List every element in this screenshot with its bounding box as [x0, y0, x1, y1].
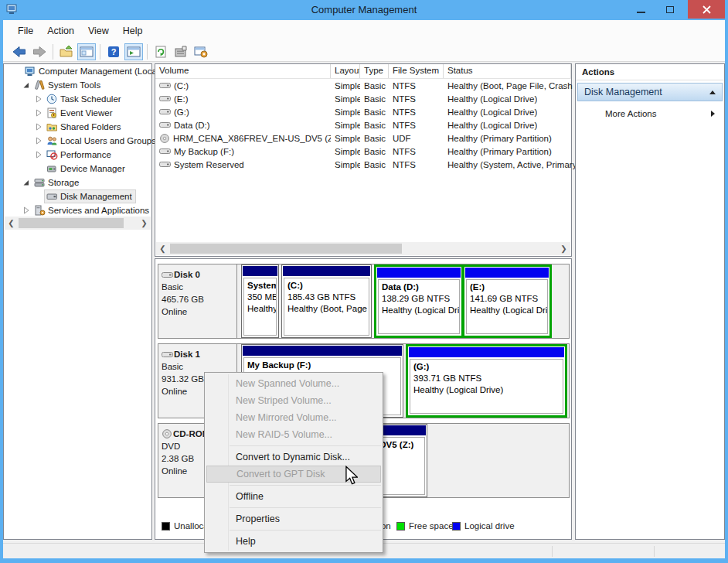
scroll-right-arrow[interactable]: ❯	[557, 242, 570, 255]
tree-node[interactable]: Shared Folders	[44, 120, 125, 134]
arrow-right-icon	[32, 45, 47, 59]
properties-button[interactable]	[172, 43, 190, 60]
tree-node[interactable]: Event Viewer	[44, 106, 117, 120]
scroll-left-arrow[interactable]: ❮	[5, 217, 18, 230]
partition-size: 138.29 GB NTFS	[382, 293, 456, 305]
context-menu-item-offline[interactable]: Offline	[205, 488, 383, 505]
drive-icon	[159, 147, 171, 155]
partition-system[interactable]: System350 MBHealthy	[241, 264, 279, 338]
tree-item-performance[interactable]: Performance	[4, 148, 151, 162]
tree-horizontal-scrollbar[interactable]: ❮ ❯	[5, 217, 151, 230]
list-horizontal-scrollbar[interactable]: ❮ ❯	[156, 242, 570, 255]
tree-collapsed-icon[interactable]	[33, 123, 44, 131]
volume-type-cell: Basic	[360, 160, 389, 169]
tree-node[interactable]: Services and Applications	[32, 203, 153, 217]
partition-e[interactable]: (E:)141.69 GB NTFSHealthy (Logical Drive…	[464, 267, 549, 336]
tree-item-event-viewer[interactable]: Event Viewer	[4, 106, 151, 120]
submenu-arrow-icon	[711, 111, 715, 117]
tree-item-shared-folders[interactable]: Shared Folders	[4, 120, 151, 134]
context-menu-item-help[interactable]: Help	[205, 533, 383, 550]
console-tree-toggle[interactable]	[77, 43, 96, 60]
column-header-file-system[interactable]: File System	[389, 64, 444, 78]
more-actions-item[interactable]: More Actions	[577, 106, 723, 121]
column-header-status[interactable]: Status	[444, 64, 571, 78]
tree-collapsed-icon[interactable]	[21, 206, 32, 214]
column-header-volume[interactable]: Volume	[155, 64, 331, 78]
volume-row[interactable]: HRM_CENA_X86FREV_EN-US_DV5 (Z:)SimpleBas…	[155, 131, 571, 145]
disk-type: Basic	[162, 360, 234, 373]
back-button[interactable]	[10, 43, 29, 60]
tree-node[interactable]: Computer Management (Local	[22, 64, 162, 78]
volume-fs-cell: NTFS	[389, 107, 444, 117]
tree-node[interactable]: Disk Management	[44, 189, 136, 203]
tree-collapsed-icon[interactable]	[33, 109, 44, 117]
help-button[interactable]: ?	[104, 43, 123, 60]
volume-layout-cell: Simple	[331, 81, 360, 90]
volume-row[interactable]: (G:)SimpleBasicNTFSHealthy (Logical Driv…	[155, 105, 571, 118]
partition-data-d[interactable]: Data (D:)138.29 GB NTFSHealthy (Logical …	[376, 267, 461, 336]
tree-item-storage[interactable]: Storage	[4, 176, 151, 189]
tree-collapsed-icon[interactable]	[33, 151, 44, 159]
cd-icon	[162, 429, 172, 438]
refresh-button[interactable]	[151, 43, 170, 60]
tree-item-system-tools[interactable]: System Tools	[4, 78, 151, 92]
settings-button[interactable]	[192, 43, 210, 60]
partition-g[interactable]: (G:)393.71 GB NTFSHealthy (Logical Drive…	[408, 346, 565, 415]
up-level-button[interactable]	[57, 43, 76, 60]
tree-node[interactable]: Local Users and Groups	[44, 134, 160, 148]
action-pane-toggle[interactable]	[124, 43, 143, 60]
tree-item-computer-management-local[interactable]: Computer Management (Local	[4, 64, 151, 78]
column-header-layout[interactable]: Layout	[331, 64, 360, 78]
disk-row-disk-0[interactable]: Disk 0Basic465.76 GBOnlineSystem350 MBHe…	[158, 264, 570, 339]
tree-expanded-icon[interactable]	[21, 179, 32, 186]
maximize-button[interactable]	[657, 0, 683, 19]
tree-node[interactable]: Performance	[44, 148, 115, 162]
volume-name: (C:)	[174, 81, 189, 90]
volume-row[interactable]: Data (D:)SimpleBasicNTFSHealthy (Logical…	[155, 118, 571, 131]
collapse-icon[interactable]	[709, 90, 716, 94]
tree-item-local-users-and-groups[interactable]: Local Users and Groups	[4, 134, 151, 148]
tree-item-disk-management[interactable]: Disk Management	[4, 189, 151, 203]
disk-label[interactable]: Disk 0Basic465.76 GBOnline	[158, 264, 237, 338]
forward-button[interactable]	[30, 43, 49, 60]
partition-size: 141.69 GB NTFS	[470, 293, 544, 305]
volume-row[interactable]: System ReservedSimpleBasicNTFSHealthy (S…	[155, 158, 571, 171]
drive-icon	[162, 271, 173, 279]
column-header-type[interactable]: Type	[360, 64, 389, 78]
menu-action[interactable]: Action	[40, 22, 81, 39]
tree-item-task-scheduler[interactable]: Task Scheduler	[4, 92, 151, 106]
tree-node[interactable]: Task Scheduler	[44, 92, 125, 106]
context-menu-item-properties[interactable]: Properties	[205, 510, 383, 527]
volume-row[interactable]: (E:)SimpleBasicNTFSHealthy (Logical Driv…	[155, 92, 571, 105]
volume-table-header[interactable]: VolumeLayoutTypeFile SystemStatus	[155, 64, 571, 79]
menu-view[interactable]: View	[81, 22, 116, 39]
volume-name-cell: (E:)	[155, 94, 331, 104]
tree-item-device-manager[interactable]: Device Manager	[4, 162, 151, 176]
volume-row[interactable]: (C:)SimpleBasicNTFSHealthy (Boot, Page F…	[155, 79, 571, 92]
toolbar: ?	[3, 42, 725, 62]
partition-status-bar	[409, 347, 564, 357]
minimize-button[interactable]	[628, 0, 654, 19]
scroll-left-arrow[interactable]: ❮	[156, 242, 169, 255]
partition-c[interactable]: (C:)185.43 GB NTFSHealthy (Boot, Page Fi…	[281, 264, 372, 338]
tree-node[interactable]: Device Manager	[44, 162, 129, 176]
partition-info: (G:)393.71 GB NTFSHealthy (Logical Drive…	[410, 359, 563, 414]
tree-collapsed-icon[interactable]	[33, 95, 44, 103]
context-menu-item-convert-to-dynamic-disk[interactable]: Convert to Dynamic Disk...	[205, 449, 383, 466]
scroll-right-arrow[interactable]: ❯	[138, 217, 151, 230]
scrollbar-thumb[interactable]	[19, 218, 124, 228]
tree-collapsed-icon[interactable]	[33, 137, 44, 145]
scrollbar-thumb[interactable]	[170, 244, 402, 254]
tree-item-label: Shared Folders	[60, 122, 121, 131]
partition-status-bar	[465, 268, 549, 278]
volume-row[interactable]: My Backup (F:)SimpleBasicNTFSHealthy (Pr…	[155, 145, 571, 158]
legend-color-swatch	[452, 522, 461, 531]
actions-section-disk-management[interactable]: Disk Management	[577, 83, 723, 101]
menu-file[interactable]: File	[11, 22, 40, 39]
close-button[interactable]	[688, 0, 725, 19]
tree-item-services-and-applications[interactable]: Services and Applications	[4, 203, 151, 217]
tree-node[interactable]: System Tools	[32, 78, 104, 92]
tree-expanded-icon[interactable]	[21, 81, 32, 89]
tree-node[interactable]: Storage	[32, 176, 83, 189]
menu-help[interactable]: Help	[116, 22, 150, 39]
